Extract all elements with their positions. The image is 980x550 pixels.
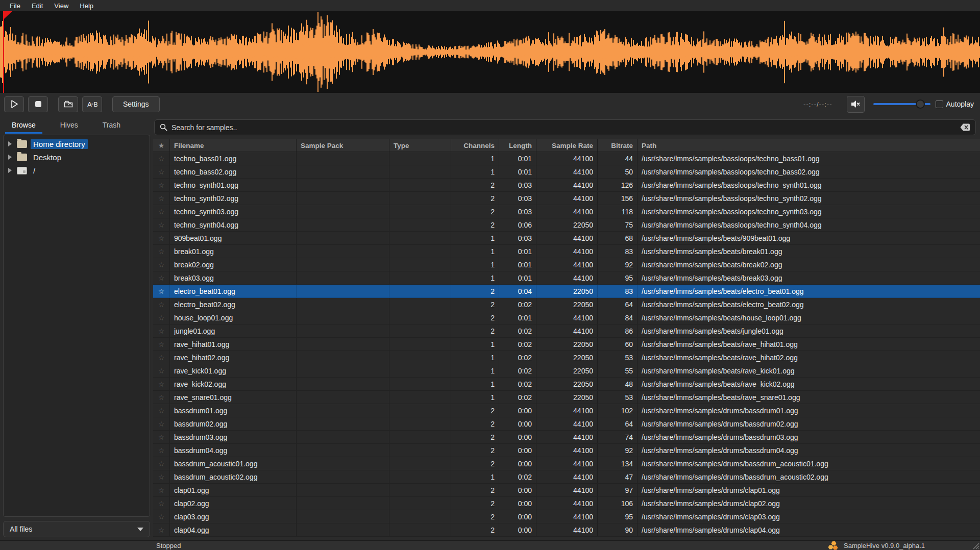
column-sample-pack[interactable]: Sample Pack	[297, 139, 389, 152]
table-row[interactable]: ☆jungle01.ogg20:024410086/usr/share/lmms…	[153, 324, 980, 338]
favorite-star-icon[interactable]: ☆	[153, 457, 170, 470]
loop-button[interactable]	[58, 96, 78, 112]
mute-button[interactable]	[847, 96, 865, 113]
loop-ab-button[interactable]: A B	[82, 96, 102, 112]
column-sample-rate[interactable]: Sample Rate	[536, 139, 598, 152]
table-row[interactable]: ☆909beat01.ogg10:034410068/usr/share/lmm…	[153, 232, 980, 245]
favorite-star-icon[interactable]: ☆	[153, 378, 170, 390]
table-row[interactable]: ☆techno_synth02.ogg20:0344100156/usr/sha…	[153, 192, 980, 205]
tree-item[interactable]: /	[4, 164, 150, 177]
tree-item-label[interactable]: /	[31, 166, 38, 176]
favorites-column-icon[interactable]: ★	[153, 139, 170, 152]
table-row[interactable]: ☆electro_beat02.ogg20:022205064/usr/shar…	[153, 298, 980, 311]
favorite-star-icon[interactable]: ☆	[153, 351, 170, 364]
table-row[interactable]: ☆bassdrum02.ogg20:004410064/usr/share/lm…	[153, 417, 980, 431]
favorite-star-icon[interactable]: ☆	[153, 245, 170, 258]
table-row[interactable]: ☆clap02.ogg20:0044100106/usr/share/lmms/…	[153, 497, 980, 510]
table-row[interactable]: ☆electro_beat01.ogg20:042205083/usr/shar…	[153, 285, 980, 298]
table-row[interactable]: ☆bassdrum04.ogg20:004410092/usr/share/lm…	[153, 444, 980, 457]
favorite-star-icon[interactable]: ☆	[153, 404, 170, 417]
favorite-star-icon[interactable]: ☆	[153, 364, 170, 377]
tree-item[interactable]: Home directory	[4, 137, 150, 151]
table-row[interactable]: ☆house_loop01.ogg20:014410084/usr/share/…	[153, 311, 980, 324]
favorite-star-icon[interactable]: ☆	[153, 285, 170, 297]
stop-button[interactable]	[28, 96, 48, 112]
table-row[interactable]: ☆techno_synth03.ogg20:0344100118/usr/sha…	[153, 205, 980, 218]
caret-right-icon[interactable]	[8, 155, 12, 160]
favorite-star-icon[interactable]: ☆	[153, 179, 170, 191]
menu-help[interactable]: Help	[74, 2, 99, 10]
favorite-star-icon[interactable]: ☆	[153, 298, 170, 311]
table-row[interactable]: ☆clap03.ogg20:004410095/usr/share/lmms/s…	[153, 510, 980, 523]
resize-grip[interactable]	[972, 542, 979, 549]
tree-item-label[interactable]: Desktop	[31, 153, 64, 162]
column-filename[interactable]: Filename	[170, 139, 297, 152]
favorite-star-icon[interactable]: ☆	[153, 205, 170, 218]
table-row[interactable]: ☆clap01.ogg20:004410097/usr/share/lmms/s…	[153, 484, 980, 497]
favorite-star-icon[interactable]: ☆	[153, 258, 170, 271]
settings-button[interactable]: Settings	[112, 96, 160, 112]
volume-slider[interactable]	[873, 99, 930, 109]
waveform-panel[interactable]	[0, 11, 980, 93]
column-type[interactable]: Type	[389, 139, 451, 152]
favorite-star-icon[interactable]: ☆	[153, 431, 170, 443]
tab-browse[interactable]: Browse	[5, 115, 42, 135]
volume-knob[interactable]	[916, 99, 925, 109]
favorite-star-icon[interactable]: ☆	[153, 324, 170, 337]
table-row[interactable]: ☆techno_synth01.ogg20:0344100126/usr/sha…	[153, 179, 980, 192]
favorite-star-icon[interactable]: ☆	[153, 510, 170, 523]
caret-right-icon[interactable]	[8, 168, 12, 173]
menu-file[interactable]: File	[4, 2, 26, 10]
favorite-star-icon[interactable]: ☆	[153, 497, 170, 510]
waveform-canvas[interactable]	[0, 11, 980, 93]
file-filter-dropdown[interactable]: All files	[3, 521, 150, 537]
column-bitrate[interactable]: Bitrate	[598, 139, 638, 152]
column-channels[interactable]: Channels	[451, 139, 499, 152]
autoplay-checkbox[interactable]	[936, 101, 943, 108]
table-row[interactable]: ☆techno_bass02.ogg10:014410050/usr/share…	[153, 165, 980, 179]
search-bar[interactable]	[154, 119, 976, 135]
favorite-star-icon[interactable]: ☆	[153, 218, 170, 231]
favorite-star-icon[interactable]: ☆	[153, 271, 170, 284]
favorite-star-icon[interactable]: ☆	[153, 470, 170, 483]
table-row[interactable]: ☆rave_hihat02.ogg10:022205053/usr/share/…	[153, 351, 980, 364]
menu-edit[interactable]: Edit	[26, 2, 48, 10]
table-row[interactable]: ☆techno_bass01.ogg10:014410044/usr/share…	[153, 152, 980, 165]
table-row[interactable]: ☆break03.ogg10:014410095/usr/share/lmms/…	[153, 271, 980, 285]
table-row[interactable]: ☆rave_hihat01.ogg10:022205060/usr/share/…	[153, 338, 980, 351]
table-row[interactable]: ☆bassdrum01.ogg20:0044100102/usr/share/l…	[153, 404, 980, 417]
favorite-star-icon[interactable]: ☆	[153, 152, 170, 165]
table-row[interactable]: ☆rave_snare01.ogg10:022205053/usr/share/…	[153, 391, 980, 404]
favorite-star-icon[interactable]: ☆	[153, 311, 170, 324]
menu-view[interactable]: View	[48, 2, 74, 10]
favorite-star-icon[interactable]: ☆	[153, 523, 170, 536]
clear-search-icon[interactable]	[960, 123, 970, 131]
caret-right-icon[interactable]	[8, 141, 12, 146]
tab-trash[interactable]: Trash	[96, 115, 127, 135]
tab-hives[interactable]: Hives	[54, 115, 85, 135]
table-row[interactable]: ☆rave_kick02.ogg10:022205048/usr/share/l…	[153, 378, 980, 391]
table-row[interactable]: ☆clap04.ogg20:004410090/usr/share/lmms/s…	[153, 523, 980, 537]
table-row[interactable]: ☆bassdrum03.ogg20:004410074/usr/share/lm…	[153, 431, 980, 444]
table-row[interactable]: ☆bassdrum_acoustic02.ogg10:024410047/usr…	[153, 470, 980, 484]
favorite-star-icon[interactable]: ☆	[153, 232, 170, 244]
favorite-star-icon[interactable]: ☆	[153, 338, 170, 351]
table-row[interactable]: ☆break02.ogg10:014410092/usr/share/lmms/…	[153, 258, 980, 271]
tree-item-label[interactable]: Home directory	[31, 139, 88, 149]
favorite-star-icon[interactable]: ☆	[153, 484, 170, 496]
favorite-star-icon[interactable]: ☆	[153, 192, 170, 205]
favorite-star-icon[interactable]: ☆	[153, 417, 170, 430]
play-button[interactable]	[4, 96, 24, 112]
table-row[interactable]: ☆rave_kick01.ogg10:022205055/usr/share/l…	[153, 364, 980, 378]
tree-item[interactable]: Desktop	[4, 151, 150, 164]
favorite-star-icon[interactable]: ☆	[153, 165, 170, 178]
favorite-star-icon[interactable]: ☆	[153, 444, 170, 457]
column-path[interactable]: Path	[638, 139, 980, 152]
table-row[interactable]: ☆break01.ogg10:014410083/usr/share/lmms/…	[153, 245, 980, 258]
table-row[interactable]: ☆techno_synth04.ogg20:062205075/usr/shar…	[153, 218, 980, 232]
column-length[interactable]: Length	[499, 139, 536, 152]
favorite-star-icon[interactable]: ☆	[153, 391, 170, 404]
table-row[interactable]: ☆bassdrum_acoustic01.ogg20:0044100134/us…	[153, 457, 980, 470]
search-input[interactable]	[172, 123, 960, 132]
autoplay-toggle[interactable]: Autoplay	[936, 100, 974, 108]
